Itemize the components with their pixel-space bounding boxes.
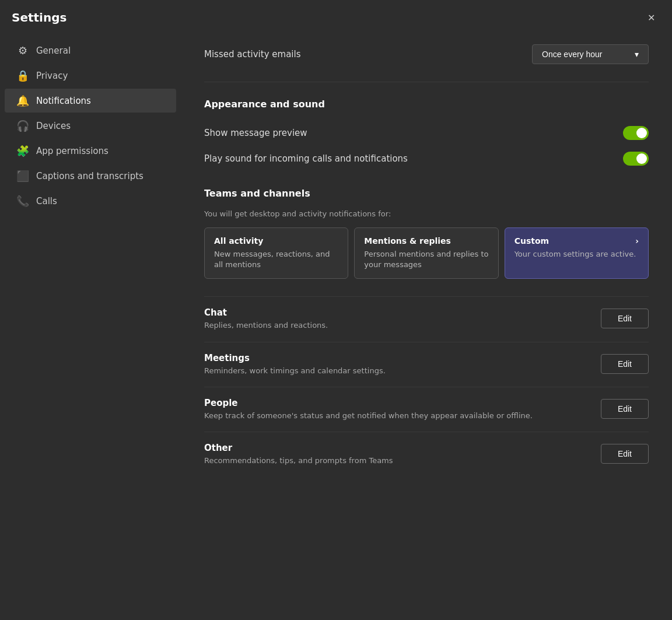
appearance-section-heading: Appearance and sound	[204, 99, 649, 110]
sidebar-item-label-privacy: Privacy	[36, 71, 68, 81]
sidebar-item-label-devices: Devices	[36, 121, 71, 131]
edit-desc-chat: Replies, mentions and reactions.	[204, 320, 589, 331]
show-message-preview-row: Show message preview	[204, 120, 649, 146]
show-message-preview-toggle[interactable]	[623, 126, 649, 140]
play-sound-label: Play sound for incoming calls and notifi…	[204, 153, 408, 164]
edit-title-meetings: Meetings	[204, 353, 589, 363]
notif-option-title-mentions-replies: Mentions & replies	[364, 236, 488, 246]
edit-button-chat[interactable]: Edit	[601, 309, 649, 328]
notif-option-title-custom: Custom›	[514, 236, 639, 246]
edit-desc-people: Keep track of someone's status and get n…	[204, 411, 589, 421]
missed-activity-row: Missed activity emails Once every hour ▾	[204, 33, 649, 82]
edit-title-other: Other	[204, 443, 589, 453]
notif-option-desc-custom: Your custom settings are active.	[514, 249, 639, 260]
teams-channels-desc: You will get desktop and activity notifi…	[204, 209, 649, 218]
edit-text-meetings: MeetingsReminders, work timings and cale…	[204, 353, 601, 376]
edit-button-meetings[interactable]: Edit	[601, 354, 649, 374]
play-sound-row: Play sound for incoming calls and notifi…	[204, 146, 649, 171]
sidebar-item-captions[interactable]: ⬛Captions and transcripts	[5, 164, 176, 188]
edit-sections: ChatReplies, mentions and reactions.Edit…	[204, 296, 649, 477]
play-sound-toggle[interactable]	[623, 152, 649, 166]
sidebar-item-label-notifications: Notifications	[36, 96, 91, 106]
chevron-right-icon: ›	[635, 236, 639, 246]
edit-desc-other: Recommendations, tips, and prompts from …	[204, 456, 589, 466]
window-title: Settings	[12, 10, 66, 24]
edit-desc-meetings: Reminders, work timings and calendar set…	[204, 366, 589, 376]
edit-text-chat: ChatReplies, mentions and reactions.	[204, 307, 601, 331]
privacy-icon: 🔒	[16, 69, 29, 82]
sidebar-item-notifications[interactable]: 🔔Notifications	[5, 89, 176, 113]
content-area: Missed activity emails Once every hour ▾…	[181, 33, 672, 620]
teams-channels-heading: Teams and channels	[204, 188, 649, 199]
edit-title-people: People	[204, 398, 589, 408]
show-message-preview-label: Show message preview	[204, 128, 307, 138]
notif-option-title-all-activity: All activity	[214, 236, 338, 246]
edit-button-other[interactable]: Edit	[601, 444, 649, 464]
sidebar-item-privacy[interactable]: 🔒Privacy	[5, 64, 176, 87]
edit-button-people[interactable]: Edit	[601, 399, 649, 419]
edit-title-chat: Chat	[204, 307, 589, 318]
main-layout: ⚙️General🔒Privacy🔔Notifications🎧Devices🧩…	[0, 33, 672, 620]
notif-option-custom[interactable]: Custom›Your custom settings are active.	[505, 227, 649, 279]
notifications-icon: 🔔	[16, 94, 29, 107]
calls-icon: 📞	[16, 195, 29, 207]
close-button[interactable]: ✕	[642, 8, 660, 27]
chevron-down-icon: ▾	[635, 50, 639, 59]
notification-options-group: All activityNew messages, reactions, and…	[204, 227, 649, 279]
missed-activity-dropdown[interactable]: Once every hour ▾	[532, 44, 649, 64]
notif-option-all-activity[interactable]: All activityNew messages, reactions, and…	[204, 227, 348, 279]
edit-section-chat: ChatReplies, mentions and reactions.Edit	[204, 296, 649, 341]
general-icon: ⚙️	[16, 44, 29, 57]
dropdown-value: Once every hour	[542, 50, 603, 59]
sidebar-item-label-general: General	[36, 45, 71, 56]
captions-icon: ⬛	[16, 170, 29, 182]
notif-option-mentions-replies[interactable]: Mentions & repliesPersonal mentions and …	[354, 227, 498, 279]
sidebar-item-label-app-permissions: App permissions	[36, 146, 108, 156]
edit-text-people: PeopleKeep track of someone's status and…	[204, 398, 601, 421]
sidebar-item-general[interactable]: ⚙️General	[5, 38, 176, 62]
sidebar-item-app-permissions[interactable]: 🧩App permissions	[5, 139, 176, 163]
settings-window: Settings ✕ ⚙️General🔒Privacy🔔Notificatio…	[0, 0, 672, 620]
sidebar-item-calls[interactable]: 📞Calls	[5, 189, 176, 213]
missed-activity-label: Missed activity emails	[204, 49, 301, 59]
sidebar-item-label-calls: Calls	[36, 196, 57, 206]
notif-option-desc-all-activity: New messages, reactions, and all mention…	[214, 249, 338, 270]
app-permissions-icon: 🧩	[16, 145, 29, 157]
sidebar: ⚙️General🔒Privacy🔔Notifications🎧Devices🧩…	[0, 33, 181, 620]
edit-section-other: OtherRecommendations, tips, and prompts …	[204, 432, 649, 477]
notif-option-desc-mentions-replies: Personal mentions and replies to your me…	[364, 249, 488, 270]
devices-icon: 🎧	[16, 120, 29, 132]
edit-section-people: PeopleKeep track of someone's status and…	[204, 387, 649, 432]
sidebar-item-devices[interactable]: 🎧Devices	[5, 114, 176, 138]
sidebar-item-label-captions: Captions and transcripts	[36, 171, 144, 181]
edit-section-meetings: MeetingsReminders, work timings and cale…	[204, 342, 649, 387]
edit-text-other: OtherRecommendations, tips, and prompts …	[204, 443, 601, 466]
title-bar: Settings ✕	[0, 0, 672, 33]
